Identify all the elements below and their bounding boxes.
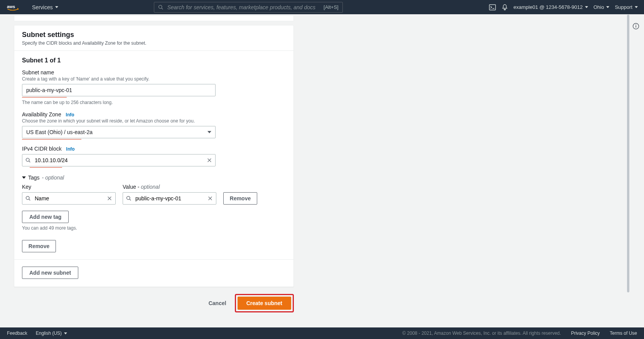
support-label: Support	[615, 4, 632, 10]
tag-value-label: Value -	[123, 184, 141, 190]
subnet-name-label: Subnet name	[22, 69, 286, 76]
tags-optional: - optional	[42, 175, 64, 181]
support-menu[interactable]: Support	[615, 4, 638, 10]
clear-icon[interactable]	[207, 158, 212, 163]
add-subnet-button[interactable]: Add new subnet	[22, 267, 78, 279]
account-label: example01 @ 1234-5678-9012	[514, 4, 583, 10]
terms-link[interactable]: Terms of Use	[610, 331, 637, 336]
svg-text:aws: aws	[7, 4, 15, 8]
tag-value-wrap[interactable]	[123, 192, 216, 205]
caret-down-icon	[635, 6, 638, 8]
tag-key-label: Key	[22, 184, 116, 190]
page-content: Subnet settings Specify the CIDR blocks …	[0, 14, 628, 327]
caret-down-icon	[606, 6, 609, 8]
search-icon	[126, 196, 131, 201]
search-shortcut: [Alt+S]	[324, 4, 339, 10]
scrollbar-thumb[interactable]	[627, 15, 629, 292]
subnet-name-input[interactable]	[22, 84, 216, 96]
remove-tag-button[interactable]: Remove	[223, 192, 257, 205]
panel-subtitle: Specify the CIDR blocks and Availability…	[22, 40, 286, 46]
panel-title: Subnet settings	[22, 31, 286, 39]
feedback-link[interactable]: Feedback	[7, 331, 27, 336]
search-icon	[25, 196, 31, 201]
tag-limit-note: You can add 49 more tags.	[22, 225, 286, 231]
caret-down-icon	[22, 176, 26, 179]
cloudshell-button[interactable]	[489, 4, 496, 11]
aws-logo[interactable]: aws	[7, 4, 24, 11]
footer: Feedback English (US) © 2008 - 2021, Ama…	[0, 327, 644, 339]
az-info-link[interactable]: Info	[66, 112, 74, 117]
remove-subnet-button[interactable]: Remove	[22, 240, 56, 252]
search-placeholder: Search for services, features, marketpla…	[167, 4, 324, 10]
top-nav: aws Services Search for services, featur…	[0, 0, 644, 14]
search-icon	[158, 5, 164, 10]
az-label: Availability Zone	[22, 111, 61, 117]
region-label: Ohio	[593, 4, 604, 10]
svg-rect-4	[636, 26, 636, 28]
clear-icon[interactable]	[107, 196, 112, 201]
services-menu[interactable]: Services	[29, 4, 61, 10]
tags-label: Tags	[28, 175, 40, 181]
az-select[interactable]: US East (Ohio) / us-east-2a	[22, 126, 216, 138]
subnet-name-help: Create a tag with a key of 'Name' and a …	[22, 76, 286, 82]
region-menu[interactable]: Ohio	[593, 4, 609, 10]
privacy-link[interactable]: Privacy Policy	[571, 331, 600, 336]
clear-icon[interactable]	[207, 196, 213, 201]
svg-rect-1	[489, 5, 496, 10]
cloudshell-icon	[489, 4, 496, 11]
tags-toggle[interactable]: Tags - optional	[22, 175, 286, 181]
cancel-button[interactable]: Cancel	[205, 298, 230, 309]
language-menu[interactable]: English (US)	[36, 331, 67, 336]
cidr-input[interactable]	[34, 155, 207, 166]
subnet-settings-panel: Subnet settings Specify the CIDR blocks …	[14, 25, 294, 287]
tag-key-input[interactable]	[34, 193, 107, 204]
create-subnet-button[interactable]: Create subnet	[238, 297, 291, 310]
subnet-name-note: The name can be up to 256 characters lon…	[22, 100, 286, 105]
language-label: English (US)	[36, 331, 62, 336]
create-highlight: Create subnet	[235, 294, 294, 312]
bell-icon	[501, 4, 508, 11]
notifications-button[interactable]	[501, 4, 508, 11]
caret-down-icon	[207, 131, 211, 133]
form-actions: Cancel Create subnet	[14, 294, 294, 312]
cidr-input-wrap[interactable]	[22, 154, 216, 166]
add-tag-button[interactable]: Add new tag	[22, 211, 69, 223]
tag-key-wrap[interactable]	[22, 192, 116, 205]
account-menu[interactable]: example01 @ 1234-5678-9012	[514, 4, 588, 10]
tag-value-optional: optional	[141, 184, 160, 190]
caret-down-icon	[55, 6, 58, 8]
cidr-label: IPv4 CIDR block	[22, 146, 62, 152]
subnet-counter: Subnet 1 of 1	[22, 57, 286, 64]
services-label: Services	[32, 4, 53, 10]
prev-panel-edge	[14, 16, 294, 21]
cidr-info-link[interactable]: Info	[66, 146, 75, 152]
caret-down-icon	[585, 6, 588, 8]
svg-point-3	[636, 25, 636, 25]
az-help: Choose the zone in which your subnet wil…	[22, 118, 286, 124]
caret-down-icon	[64, 332, 67, 334]
global-search[interactable]: Search for services, features, marketpla…	[154, 2, 343, 13]
az-selected-value: US East (Ohio) / us-east-2a	[26, 129, 93, 135]
search-icon	[25, 158, 31, 163]
help-panel-toggle[interactable]	[632, 23, 639, 30]
copyright: © 2008 - 2021, Amazon Web Services, Inc.…	[402, 331, 561, 336]
help-gutter	[628, 14, 644, 327]
tag-value-input[interactable]	[135, 193, 207, 204]
